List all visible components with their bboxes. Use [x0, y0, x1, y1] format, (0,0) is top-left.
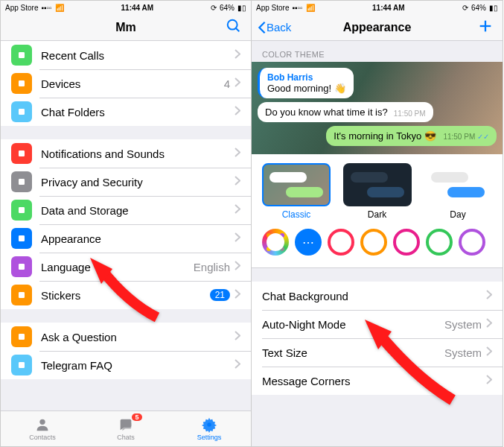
row-devices[interactable]: Devices4 — [1, 69, 251, 98]
row-label: Devices — [41, 77, 224, 90]
row-label: Chat Folders — [41, 106, 235, 118]
section-header: COLOR THEME — [252, 41, 503, 62]
bubble-incoming: Do you know what time it is?11:50 PM — [258, 102, 433, 122]
row-chat-bg[interactable]: Chat Background — [252, 282, 503, 310]
svg-rect-12 — [19, 362, 25, 368]
theme-picker: ClassicDarkDay ⋯ — [252, 154, 503, 268]
row-recent-calls[interactable]: Recent Calls — [1, 41, 251, 69]
svg-rect-3 — [19, 80, 25, 86]
row-language[interactable]: LanguageEnglish — [1, 253, 251, 281]
row-value: System — [444, 346, 482, 359]
row-icon — [11, 256, 32, 277]
row-icon — [11, 228, 32, 249]
row-text-size[interactable]: Text SizeSystem — [252, 338, 503, 367]
row-icon — [11, 45, 32, 66]
search-icon[interactable] — [226, 18, 242, 37]
chevron-right-icon — [235, 105, 240, 118]
accent-purple[interactable] — [459, 229, 485, 256]
tab-label: Chats — [117, 434, 135, 441]
row-auto-night[interactable]: Auto-Night ModeSystem — [252, 310, 503, 338]
settings-screen: App Store▪▪▫▫📶 11:44 AM ⟳64%▮▯ Mm Recent… — [0, 0, 252, 447]
page-title: Appearance — [343, 21, 412, 34]
tab-bar: Contacts5ChatsSettings — [1, 410, 251, 446]
row-appearance[interactable]: Appearance — [1, 224, 251, 253]
theme-dark[interactable]: Dark — [343, 163, 412, 220]
row-value: English — [194, 261, 230, 273]
svg-rect-4 — [19, 109, 25, 115]
accent-color-row: ⋯ — [252, 220, 503, 264]
row-label: Notifications and Sounds — [41, 148, 235, 160]
chevron-right-icon — [235, 203, 240, 217]
tab-label: Contacts — [29, 434, 56, 441]
chevron-right-icon — [235, 77, 240, 90]
accent-magenta[interactable] — [393, 229, 420, 256]
row-label: Recent Calls — [41, 49, 235, 62]
row-stickers[interactable]: Stickers21 — [1, 281, 251, 309]
svg-rect-10 — [19, 292, 25, 298]
svg-point-0 — [228, 19, 237, 29]
row-icon — [11, 200, 32, 221]
chat-preview: Bob Harris Good morning! 👋 Do you know w… — [252, 62, 503, 154]
row-label: Stickers — [41, 289, 210, 302]
svg-point-13 — [39, 419, 45, 425]
row-label: Message Corners — [262, 375, 486, 387]
theme-day[interactable]: Day — [424, 163, 492, 220]
chevron-right-icon — [235, 330, 240, 343]
row-icon — [11, 285, 32, 305]
status-bar: App Store▪▪▫▫📶 11:44 AM ⟳64%▮▯ — [1, 1, 251, 14]
row-label: Privacy and Security — [41, 176, 235, 188]
tab-chats[interactable]: 5Chats — [84, 411, 168, 446]
row-label: Ask a Question — [41, 331, 235, 343]
accent-pink[interactable] — [328, 229, 354, 256]
row-chat-folders[interactable]: Chat Folders — [1, 98, 251, 126]
accent-blue[interactable]: ⋯ — [295, 229, 322, 256]
svg-rect-2 — [19, 52, 25, 58]
svg-rect-11 — [19, 334, 25, 340]
row-data[interactable]: Data and Storage — [1, 196, 251, 224]
row-label: Chat Background — [262, 290, 486, 302]
bubble-outgoing: It's morning in Tokyo 😎 11:50 PM ✓✓ — [326, 126, 497, 146]
accent-multi[interactable] — [262, 229, 289, 256]
chevron-right-icon — [235, 147, 240, 160]
chevron-right-icon — [486, 346, 492, 359]
svg-rect-8 — [19, 235, 25, 241]
row-corners[interactable]: Message Corners — [252, 367, 503, 395]
row-label: Auto-Night Mode — [262, 318, 444, 331]
accent-orange[interactable] — [360, 229, 387, 256]
svg-rect-6 — [19, 179, 25, 185]
row-value: 4 — [224, 77, 230, 90]
row-label: Telegram FAQ — [41, 359, 235, 372]
row-badge: 21 — [210, 289, 230, 301]
svg-rect-9 — [19, 264, 25, 270]
back-button[interactable]: Back — [258, 21, 291, 34]
row-notifications[interactable]: Notifications and Sounds — [1, 139, 251, 168]
status-bar: App Store▪▪▫▫📶 11:44 AM ⟳64%▮▯ — [252, 1, 503, 14]
row-icon — [11, 171, 32, 192]
row-value: System — [444, 318, 482, 331]
chevron-right-icon — [235, 288, 240, 302]
row-label: Text Size — [262, 346, 444, 359]
row-label: Data and Storage — [41, 204, 235, 217]
nav-bar: Mm — [1, 14, 251, 41]
row-icon — [11, 73, 32, 94]
chevron-right-icon — [486, 317, 492, 331]
theme-classic[interactable]: Classic — [262, 163, 331, 220]
accent-green[interactable] — [426, 229, 453, 256]
tab-settings[interactable]: Settings — [168, 411, 251, 446]
row-icon — [11, 326, 32, 347]
tab-contacts[interactable]: Contacts — [1, 411, 84, 446]
appearance-screen: App Store▪▪▫▫📶 11:44 AM ⟳64%▮▯ Back Appe… — [252, 0, 503, 447]
add-icon[interactable] — [477, 18, 494, 37]
row-icon — [11, 143, 32, 164]
chevron-right-icon — [486, 374, 492, 387]
row-privacy[interactable]: Privacy and Security — [1, 168, 251, 196]
row-ask[interactable]: Ask a Question — [1, 323, 251, 351]
row-icon — [11, 101, 32, 122]
chevron-right-icon — [235, 48, 240, 62]
tab-label: Settings — [197, 434, 222, 441]
chevron-right-icon — [235, 232, 240, 245]
row-faq[interactable]: Telegram FAQ — [1, 351, 251, 379]
row-label: Appearance — [41, 232, 235, 245]
svg-rect-7 — [19, 207, 25, 213]
chevron-right-icon — [235, 358, 240, 372]
